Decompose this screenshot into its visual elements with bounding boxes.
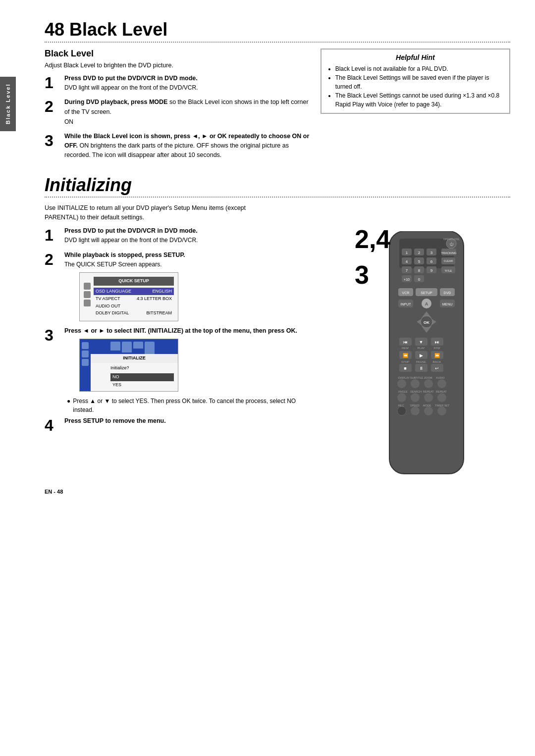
step2-number: 2 bbox=[45, 99, 59, 114]
svg-text:MENU: MENU bbox=[442, 302, 453, 306]
init-step1: 1 Press DVD to put the DVD/VCR in DVD mo… bbox=[45, 226, 318, 246]
svg-text:0: 0 bbox=[418, 277, 421, 282]
init-step1-number: 1 bbox=[45, 227, 59, 243]
svg-point-80 bbox=[411, 379, 420, 388]
svg-text:FFW: FFW bbox=[434, 347, 440, 350]
initialize-screen: INITIALIZE Initialize? NO YES bbox=[79, 339, 178, 392]
svg-text:REW: REW bbox=[402, 347, 409, 350]
hint-item-3: The Black Level Settings cannot be used … bbox=[335, 91, 503, 109]
init-option-no: NO bbox=[110, 373, 174, 381]
svg-point-88 bbox=[411, 393, 420, 402]
svg-text:ANGLE: ANGLE bbox=[398, 390, 408, 393]
svg-text:REPEAT: REPEAT bbox=[423, 390, 434, 393]
english-tab: Black Level bbox=[0, 77, 16, 131]
step1: 1 Press DVD to put the DVD/VCR in DVD mo… bbox=[45, 74, 311, 93]
init-step4-number: 4 bbox=[45, 417, 59, 433]
step2-content: During DVD playback, press MODE so the B… bbox=[64, 98, 311, 126]
page-title: 48 Black Level bbox=[45, 20, 510, 40]
init-step3-content: Press ◄ or ► to select INIT. (INITIALIZE… bbox=[64, 326, 318, 392]
init-bullet: ● Press ▲ or ▼ to select YES. Then press… bbox=[67, 397, 318, 414]
svg-text:⏪: ⏪ bbox=[403, 353, 409, 358]
step3-number: 3 bbox=[45, 133, 59, 149]
svg-point-82 bbox=[437, 379, 446, 388]
svg-text:6: 6 bbox=[430, 259, 433, 264]
svg-text:DVD: DVD bbox=[444, 291, 451, 295]
helpful-hint-title: Helpful Hint bbox=[327, 53, 503, 61]
title-divider bbox=[45, 42, 510, 43]
section2-title: Initializing bbox=[45, 175, 510, 195]
svg-text:SUBTITLE: SUBTITLE bbox=[410, 376, 424, 379]
svg-text:5: 5 bbox=[418, 259, 421, 264]
step1-number: 1 bbox=[45, 75, 59, 91]
svg-text:PAUSE: PAUSE bbox=[416, 360, 426, 363]
svg-text:CLEAR: CLEAR bbox=[444, 259, 453, 262]
init-screen-top bbox=[91, 339, 178, 354]
quick-setup-row4: DOLBY DIGITALBITSTREAM bbox=[94, 309, 174, 317]
svg-text:3: 3 bbox=[430, 251, 433, 255]
helpful-hint-box: Helpful Hint Black Level is not availabl… bbox=[321, 49, 510, 114]
svg-point-89 bbox=[424, 393, 433, 402]
hint-item-1: Black Level is not available for a PAL D… bbox=[335, 64, 503, 73]
init-step4: 4 Press SETUP to remove the menu. bbox=[45, 416, 318, 433]
svg-text:⏩: ⏩ bbox=[434, 353, 440, 358]
svg-point-87 bbox=[397, 393, 406, 402]
init-step3-number: 3 bbox=[45, 327, 59, 343]
remote-column: 2,4 3 ⏻ OPEN/CLOSE 1 2 bbox=[328, 226, 510, 479]
section1-intro: Adjust Black Level to brighten the DVD p… bbox=[45, 62, 311, 69]
svg-text:MODE: MODE bbox=[423, 404, 431, 407]
svg-text:▼: ▼ bbox=[419, 340, 424, 345]
init-step3: 3 Press ◄ or ► to select INIT. (INITIALI… bbox=[45, 326, 318, 392]
section2-divider bbox=[45, 197, 510, 198]
svg-text:TITLE: TITLE bbox=[445, 269, 452, 272]
svg-point-79 bbox=[397, 379, 406, 388]
svg-text:STOP: STOP bbox=[401, 360, 409, 363]
quick-setup-header: QUICK SETUP bbox=[94, 277, 174, 286]
svg-text:⏸: ⏸ bbox=[419, 366, 424, 371]
quick-setup-row3: AUDIO OUT bbox=[94, 302, 174, 310]
init-step2-content: While playback is stopped, press SETUP. … bbox=[64, 251, 318, 321]
svg-text:⏮: ⏮ bbox=[403, 340, 408, 345]
svg-text:9: 9 bbox=[430, 268, 433, 273]
init-step1-content: Press DVD to put the DVD/VCR in DVD mode… bbox=[64, 226, 318, 246]
init-step2-number: 2 bbox=[45, 252, 59, 267]
overlay-number-24: 2,4 bbox=[355, 226, 390, 252]
svg-text:OK: OK bbox=[424, 320, 429, 325]
svg-text:A: A bbox=[425, 302, 428, 306]
svg-point-96 bbox=[411, 406, 420, 415]
svg-text:REPEAT: REPEAT bbox=[436, 390, 447, 393]
helpful-hint-list: Black Level is not available for a PAL D… bbox=[327, 64, 503, 109]
svg-point-90 bbox=[437, 393, 446, 402]
init-option-yes: YES bbox=[110, 381, 174, 389]
step3-content: While the Black Level icon is shown, pre… bbox=[64, 132, 311, 160]
svg-point-98 bbox=[437, 406, 446, 415]
svg-text:PLAY: PLAY bbox=[418, 347, 425, 350]
svg-text:OPEN/CLOSE: OPEN/CLOSE bbox=[443, 238, 460, 241]
svg-point-97 bbox=[424, 406, 433, 415]
svg-text:BACK: BACK bbox=[433, 360, 441, 363]
init-screen-body: Initialize? NO YES bbox=[91, 363, 178, 391]
svg-text:SEARCH: SEARCH bbox=[410, 390, 422, 393]
quick-setup-screen: QUICK SETUP OSD LANGUAGEENGLISH TV ASPEC… bbox=[79, 272, 178, 321]
step1-content: Press DVD to put the DVD/VCR in DVD mode… bbox=[64, 74, 311, 93]
svg-text:2: 2 bbox=[418, 251, 421, 255]
svg-text:⏻: ⏻ bbox=[449, 242, 454, 247]
svg-text:■: ■ bbox=[404, 366, 406, 371]
svg-text:1: 1 bbox=[406, 251, 408, 255]
svg-text:↩: ↩ bbox=[435, 366, 439, 371]
svg-text:▶: ▶ bbox=[420, 353, 423, 358]
page-footer: EN - 48 bbox=[45, 489, 510, 495]
init-step4-content: Press SETUP to remove the menu. bbox=[64, 416, 318, 426]
quick-setup-row1: OSD LANGUAGEENGLISH bbox=[94, 288, 174, 295]
init-screen-label: INITIALIZE bbox=[91, 354, 178, 363]
step3: 3 While the Black Level icon is shown, p… bbox=[45, 132, 311, 160]
svg-text:DISPLAY: DISPLAY bbox=[398, 376, 410, 379]
overlay-number-3: 3 bbox=[355, 262, 369, 288]
remote-control-svg: ⏻ OPEN/CLOSE 1 2 3 TRACKING 4 bbox=[379, 231, 474, 479]
svg-text:ZOOM: ZOOM bbox=[424, 376, 432, 379]
svg-text:8: 8 bbox=[418, 268, 421, 273]
svg-text:⏭: ⏭ bbox=[435, 340, 439, 345]
svg-text:×10: ×10 bbox=[404, 278, 410, 281]
hint-item-2: The Black Level Settings will be saved e… bbox=[335, 73, 503, 91]
section1-title: Black Level bbox=[45, 49, 311, 59]
svg-text:INPUT: INPUT bbox=[401, 302, 412, 306]
